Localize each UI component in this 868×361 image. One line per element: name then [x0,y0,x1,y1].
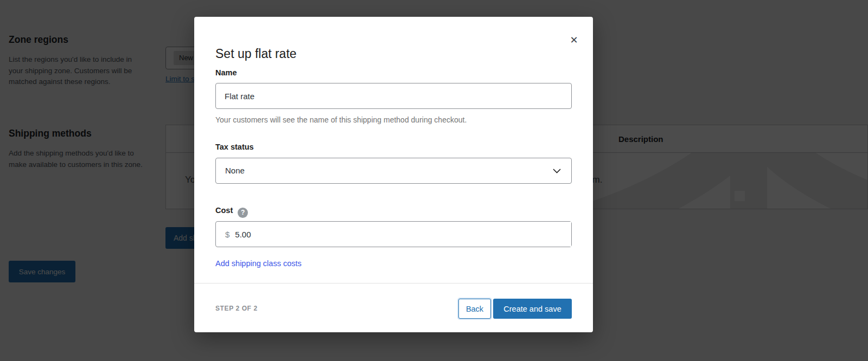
name-help-text: Your customers will see the name of this… [215,115,467,124]
currency-symbol: $ [216,230,235,239]
chevron-down-icon [553,169,561,173]
modal-title: Set up flat rate [215,47,297,61]
setup-flat-rate-modal: Set up flat rate ✕ Name Your customers w… [194,17,593,332]
add-shipping-class-costs-link[interactable]: Add shipping class costs [215,259,302,268]
step-indicator: STEP 2 OF 2 [215,305,258,312]
cost-label: Cost [215,206,233,215]
back-button[interactable]: Back [458,299,491,319]
create-and-save-button[interactable]: Create and save [493,299,572,319]
footer-divider [194,283,593,283]
close-icon[interactable]: ✕ [567,33,581,47]
cost-help-icon[interactable]: ? [238,208,248,218]
name-label: Name [215,68,237,77]
tax-status-select[interactable]: None [215,158,572,184]
cost-label-row: Cost? [215,205,248,218]
tax-status-selected-value: None [225,158,245,183]
tax-status-label: Tax status [215,143,254,151]
cost-input-field[interactable]: $ [215,221,572,247]
name-input[interactable] [215,83,572,109]
cost-input[interactable] [235,222,571,247]
